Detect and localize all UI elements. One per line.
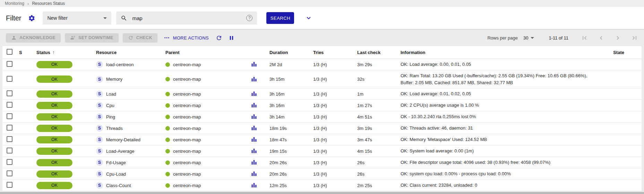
table-row[interactable]: OK S Cpu-Load centreon-map 20m 26s 1/3 (… [2,168,642,180]
table-row[interactable]: OK S Load-Average centreon-map 19m 15s 1… [2,146,642,157]
graph-button[interactable] [251,171,257,176]
header-information[interactable]: Information [401,50,600,55]
resource-name[interactable]: Cpu-Load [106,171,126,177]
service-type-icon: S [96,170,103,177]
parent-name[interactable]: centreon-map [173,103,201,108]
breadcrumb-resources-status: Resources Status [32,1,65,6]
graph-button[interactable] [251,61,257,67]
graph-button[interactable] [251,125,257,130]
row-checkbox[interactable] [7,113,12,119]
parent-name[interactable]: centreon-map [173,137,201,142]
expand-filters-button[interactable] [305,14,312,22]
filter-settings-button[interactable] [28,15,35,22]
table-row[interactable]: OK S load-centreon centreon-map 2M 2d 1/… [2,59,642,70]
select-all-checkbox[interactable] [7,49,12,55]
header-last-check[interactable]: Last check [357,50,401,55]
header-tries[interactable]: Tries [313,50,357,55]
graph-button[interactable] [251,182,257,187]
search-help-icon[interactable]: ? [246,15,252,21]
table-row[interactable]: OK S Load centreon-map 3h 16m 1/3 (H) 1m… [2,88,642,100]
search-input[interactable] [132,15,246,21]
table-row[interactable]: OK S Class-Count centreon-map 12m 25s 1/… [2,180,642,191]
more-actions-label: MORE ACTIONS [173,35,209,41]
table-row[interactable]: OK S Ping centreon-map 3h 14m 1/3 (H) 4m… [2,111,642,123]
parent-name[interactable]: centreon-map [173,160,201,165]
pause-icon [228,35,235,41]
graph-button[interactable] [251,159,257,165]
row-checkbox[interactable] [7,159,12,165]
information-cell: OK: Class current: 23284, unloaded: 0 [401,180,600,191]
last-page-icon [631,34,638,42]
information-cell: OK: File descriptor usage total: 4096 us… [401,157,600,168]
row-checkbox[interactable] [7,182,12,188]
previous-page-button[interactable] [598,34,605,42]
pause-autorefresh-button[interactable] [228,35,235,41]
table-row[interactable]: OK S Threads centreon-map 18m 19s 1/3 (H… [2,123,642,134]
breadcrumb-monitoring[interactable]: Monitoring [5,1,24,6]
graph-button[interactable] [251,148,257,153]
parent-name[interactable]: centreon-map [173,183,201,188]
graph-button[interactable] [251,91,257,96]
resource-name[interactable]: Class-Count [106,183,131,188]
last-page-button[interactable] [631,34,638,42]
first-page-button[interactable] [581,34,588,42]
service-type-icon: S [96,125,103,132]
header-resource[interactable]: Resource [96,50,165,55]
resource-name[interactable]: Fd-Usage [106,160,126,165]
search-field[interactable]: ? [116,11,257,25]
refresh-button[interactable] [216,35,222,41]
last-check-cell: 1m 27s [357,103,401,108]
status-badge: OK [36,182,72,189]
table-row[interactable]: OK S Memory centreon-map 3h 15m 1/3 (H) … [2,70,642,88]
graph-button[interactable] [251,136,257,142]
header-duration[interactable]: Duration [269,50,313,55]
resource-name[interactable]: Cpu [106,103,114,108]
rows-per-page-select[interactable]: 30 [523,35,534,41]
resource-name[interactable]: Ping [106,114,115,120]
parent-name[interactable]: centreon-map [173,171,201,177]
row-checkbox[interactable] [7,170,12,176]
header-state[interactable]: State [600,50,642,55]
graph-button[interactable] [251,76,257,81]
table-row[interactable]: OK S Cpu centreon-map 3h 16m 1/3 (H) 1m … [2,100,642,111]
status-badge: OK [36,148,72,155]
row-checkbox[interactable] [7,148,12,153]
resource-name[interactable]: Memory [106,77,122,82]
search-button[interactable]: SEARCH [266,12,294,24]
graph-button[interactable] [251,114,257,119]
acknowledge-button[interactable]: ACKNOWLEDGE [6,33,61,43]
parent-name[interactable]: centreon-map [173,62,201,67]
header-severity[interactable]: S [19,50,36,55]
parent-name[interactable]: centreon-map [173,91,201,97]
refresh-icon [216,35,222,41]
parent-name[interactable]: centreon-map [173,77,201,82]
resource-name[interactable]: Memory-Detailed [106,137,140,142]
row-checkbox[interactable] [7,102,12,108]
resource-name[interactable]: load-centreon [106,62,134,67]
resource-name[interactable]: Load-Average [106,149,134,154]
table-row[interactable]: OK S Memory-Detailed centreon-map 18m 47… [2,134,642,146]
next-page-button[interactable] [614,34,621,42]
resource-name[interactable]: Load [106,91,116,97]
last-check-cell: 3m 47s [357,137,401,142]
header-parent[interactable]: Parent [165,50,251,55]
table-row[interactable]: OK S Fd-Usage centreon-map 20m 26s 1/3 (… [2,157,642,168]
more-actions-button[interactable]: MORE ACTIONS [164,35,209,41]
parent-name[interactable]: centreon-map [173,126,201,131]
saved-filter-select[interactable]: New filter [43,11,111,25]
header-status[interactable]: Status ↑ [36,50,96,55]
row-checkbox[interactable] [7,61,12,67]
set-downtime-button[interactable]: SET DOWNTIME [65,33,119,43]
horizontal-scrollbar[interactable] [0,192,644,194]
row-checkbox[interactable] [7,90,12,96]
resource-name[interactable]: Threads [106,126,123,131]
check-button[interactable]: CHECK [123,33,157,43]
caret-down-icon [531,37,534,39]
graph-button[interactable] [251,102,257,107]
parent-name[interactable]: centreon-map [173,114,201,120]
parent-name[interactable]: centreon-map [173,149,201,154]
row-checkbox[interactable] [7,136,12,142]
row-checkbox[interactable] [7,76,12,82]
row-checkbox[interactable] [7,125,12,131]
tries-cell: 1/3 (H) [313,91,357,97]
